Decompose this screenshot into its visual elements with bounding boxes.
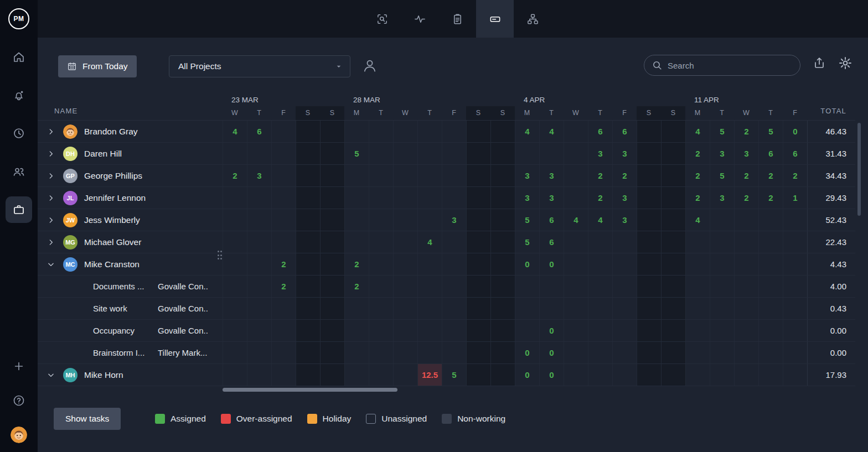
grid-cell[interactable] bbox=[564, 320, 588, 341]
grid-cell[interactable] bbox=[637, 298, 661, 319]
grid-cell[interactable]: 5 bbox=[515, 209, 539, 231]
grid-cell[interactable] bbox=[466, 209, 490, 231]
tab-workflow[interactable] bbox=[514, 0, 551, 38]
grid-cell[interactable] bbox=[758, 364, 783, 386]
project-filter-dropdown[interactable]: All Projects bbox=[169, 55, 350, 77]
grid-cell[interactable] bbox=[710, 209, 734, 231]
grid-cell[interactable] bbox=[710, 276, 734, 297]
grid-cell[interactable] bbox=[490, 143, 515, 164]
grid-cell[interactable]: 2 bbox=[344, 276, 369, 297]
grid-cell[interactable]: 4 bbox=[685, 209, 710, 231]
grid-cell[interactable] bbox=[637, 342, 661, 363]
grid-cell[interactable] bbox=[393, 165, 417, 186]
grid-cell[interactable] bbox=[637, 231, 661, 253]
grid-cell[interactable] bbox=[369, 187, 393, 209]
grid-cell[interactable] bbox=[393, 143, 417, 164]
grid-cell[interactable] bbox=[393, 231, 417, 253]
grid-cell[interactable] bbox=[223, 231, 247, 253]
grid-cell[interactable] bbox=[539, 298, 564, 319]
row-name-cell[interactable]: JWJess Wimberly bbox=[38, 209, 223, 231]
grid-cell[interactable] bbox=[247, 364, 271, 386]
grid-cell[interactable] bbox=[344, 364, 369, 386]
grid-cell[interactable] bbox=[490, 231, 515, 253]
row-name-cell[interactable]: GPGeorge Phillips bbox=[38, 165, 223, 186]
search-input[interactable] bbox=[668, 61, 784, 70]
grid-cell[interactable] bbox=[612, 298, 637, 319]
grid-cell[interactable] bbox=[466, 364, 490, 386]
grid-cell[interactable] bbox=[223, 320, 247, 341]
sidebar-item-team[interactable] bbox=[0, 152, 38, 190]
grid-cell[interactable] bbox=[734, 209, 758, 231]
grid-cell[interactable] bbox=[320, 143, 344, 164]
sidebar-item-time[interactable] bbox=[0, 114, 38, 152]
row-name-cell[interactable]: Brandon Gray bbox=[38, 121, 223, 142]
grid-cell[interactable] bbox=[758, 320, 783, 341]
grid-cell[interactable] bbox=[783, 231, 807, 253]
grid-cell[interactable] bbox=[588, 253, 612, 275]
grid-cell[interactable] bbox=[564, 121, 588, 142]
grid-cell[interactable] bbox=[369, 276, 393, 297]
search-box[interactable] bbox=[644, 55, 800, 76]
grid-cell[interactable] bbox=[685, 276, 710, 297]
grid-cell[interactable] bbox=[539, 143, 564, 164]
grid-cell[interactable] bbox=[490, 187, 515, 209]
horizontal-scrollbar[interactable] bbox=[223, 388, 397, 392]
grid-cell[interactable] bbox=[612, 253, 637, 275]
grid-cell[interactable] bbox=[466, 253, 490, 275]
tab-activity[interactable] bbox=[401, 0, 438, 38]
grid-cell[interactable] bbox=[588, 342, 612, 363]
grid-cell[interactable] bbox=[661, 187, 685, 209]
grid-cell[interactable] bbox=[564, 298, 588, 319]
grid-cell[interactable] bbox=[783, 320, 807, 341]
grid-cell[interactable] bbox=[466, 342, 490, 363]
grid-cell[interactable] bbox=[296, 143, 320, 164]
grid-cell[interactable] bbox=[637, 320, 661, 341]
grid-cell[interactable] bbox=[637, 209, 661, 231]
sidebar-item-work[interactable] bbox=[0, 190, 38, 228]
grid-cell[interactable] bbox=[223, 342, 247, 363]
vertical-scrollbar[interactable] bbox=[857, 123, 861, 216]
grid-cell[interactable]: 2 bbox=[783, 165, 807, 186]
grid-cell[interactable] bbox=[661, 253, 685, 275]
grid-cell[interactable] bbox=[783, 342, 807, 363]
grid-cell[interactable]: 2 bbox=[734, 121, 758, 142]
grid-cell[interactable] bbox=[710, 253, 734, 275]
app-logo[interactable]: PM bbox=[0, 0, 38, 38]
grid-cell[interactable]: 6 bbox=[783, 143, 807, 164]
grid-cell[interactable]: 3 bbox=[515, 165, 539, 186]
grid-cell[interactable]: 4 bbox=[539, 121, 564, 142]
grid-cell[interactable] bbox=[685, 298, 710, 319]
grid-cell[interactable] bbox=[783, 298, 807, 319]
grid-cell[interactable] bbox=[442, 342, 466, 363]
grid-cell[interactable]: 2 bbox=[271, 253, 296, 275]
chevron-right-icon[interactable] bbox=[47, 172, 56, 180]
grid-cell[interactable] bbox=[442, 121, 466, 142]
grid-cell[interactable] bbox=[393, 121, 417, 142]
grid-cell[interactable] bbox=[758, 231, 783, 253]
grid-cell[interactable]: 2 bbox=[588, 165, 612, 186]
grid-cell[interactable] bbox=[515, 276, 539, 297]
grid-cell[interactable] bbox=[710, 320, 734, 341]
grid-cell[interactable]: 0 bbox=[539, 320, 564, 341]
grid-cell[interactable] bbox=[564, 165, 588, 186]
grid-cell[interactable]: 2 bbox=[734, 165, 758, 186]
grid-cell[interactable] bbox=[685, 231, 710, 253]
table-row-person[interactable]: MCMike Cranston22004.43 bbox=[38, 253, 855, 276]
grid-cell[interactable] bbox=[612, 320, 637, 341]
tab-zoom-select[interactable] bbox=[363, 0, 401, 38]
grid-cell[interactable] bbox=[564, 253, 588, 275]
grid-cell[interactable] bbox=[344, 187, 369, 209]
grid-cell[interactable] bbox=[734, 298, 758, 319]
grid-cell[interactable] bbox=[344, 320, 369, 341]
table-row-person[interactable]: Brandon Gray4644664525046.43 bbox=[38, 121, 855, 143]
grid-cell[interactable] bbox=[271, 342, 296, 363]
grid-cell[interactable] bbox=[247, 342, 271, 363]
grid-cell[interactable] bbox=[344, 342, 369, 363]
grid-cell[interactable]: 2 bbox=[223, 165, 247, 186]
grid-cell[interactable] bbox=[588, 298, 612, 319]
table-row-task[interactable]: OccupancyGovalle Con..00.00 bbox=[38, 320, 855, 342]
grid-cell[interactable] bbox=[442, 298, 466, 319]
grid-cell[interactable] bbox=[369, 209, 393, 231]
grid-cell[interactable]: 0 bbox=[515, 253, 539, 275]
grid-cell[interactable]: 3 bbox=[612, 209, 637, 231]
